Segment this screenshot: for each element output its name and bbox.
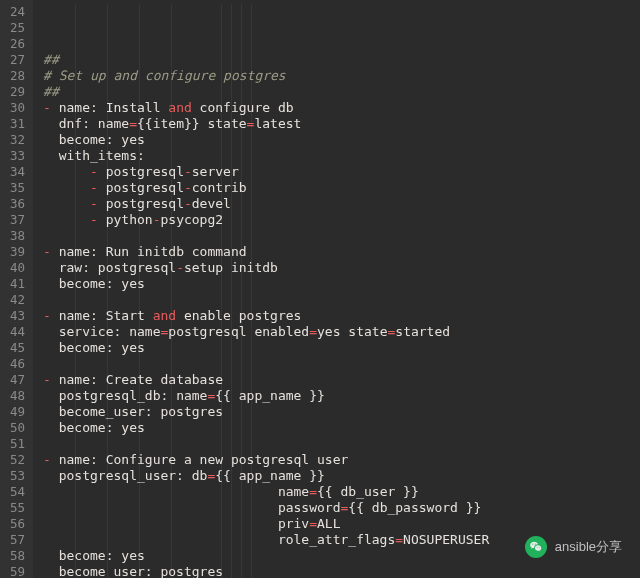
code-line[interactable]: - postgresql-devel (43, 196, 640, 212)
line-number: 42 (10, 292, 25, 308)
code-line[interactable]: service: name=postgresql enabled=yes sta… (43, 324, 640, 340)
code-line[interactable]: - name: Run initdb command (43, 244, 640, 260)
line-number: 59 (10, 564, 25, 578)
code-line[interactable]: become: yes (43, 420, 640, 436)
line-number: 54 (10, 484, 25, 500)
code-line[interactable] (43, 436, 640, 452)
code-line[interactable]: with_items: (43, 148, 640, 164)
line-number: 49 (10, 404, 25, 420)
line-number: 30 (10, 100, 25, 116)
code-line[interactable]: password={{ db_password }} (43, 500, 640, 516)
line-number: 55 (10, 500, 25, 516)
line-number-gutter: 2425262728293031323334353637383940414243… (0, 0, 33, 578)
code-line[interactable]: name={{ db_user }} (43, 484, 640, 500)
line-number: 26 (10, 36, 25, 52)
line-number: 35 (10, 180, 25, 196)
code-line[interactable]: - postgresql-contrib (43, 180, 640, 196)
code-line[interactable]: priv=ALL (43, 516, 640, 532)
code-line[interactable]: raw: postgresql-setup initdb (43, 260, 640, 276)
line-number: 27 (10, 52, 25, 68)
wechat-icon (525, 536, 547, 558)
line-number: 47 (10, 372, 25, 388)
line-number: 46 (10, 356, 25, 372)
code-line[interactable] (43, 292, 640, 308)
line-number: 56 (10, 516, 25, 532)
line-number: 34 (10, 164, 25, 180)
code-area[interactable]: ### Set up and configure postgres##- nam… (33, 0, 640, 578)
line-number: 39 (10, 244, 25, 260)
code-line[interactable]: become_user: postgres (43, 564, 640, 578)
code-line[interactable]: - name: Create database (43, 372, 640, 388)
code-line[interactable]: # Set up and configure postgres (43, 68, 640, 84)
code-line[interactable]: - name: Configure a new postgresql user (43, 452, 640, 468)
line-number: 36 (10, 196, 25, 212)
line-number: 53 (10, 468, 25, 484)
line-number: 44 (10, 324, 25, 340)
line-number: 33 (10, 148, 25, 164)
line-number: 43 (10, 308, 25, 324)
line-number: 38 (10, 228, 25, 244)
line-number: 51 (10, 436, 25, 452)
watermark-text: ansible分享 (555, 539, 622, 555)
code-line[interactable]: postgresql_user: db={{ app_name }} (43, 468, 640, 484)
line-number: 57 (10, 532, 25, 548)
line-number: 58 (10, 548, 25, 564)
code-line[interactable]: become: yes (43, 276, 640, 292)
line-number: 41 (10, 276, 25, 292)
line-number: 28 (10, 68, 25, 84)
code-line[interactable]: become_user: postgres (43, 404, 640, 420)
line-number: 50 (10, 420, 25, 436)
code-line[interactable]: - name: Start and enable postgres (43, 308, 640, 324)
line-number: 40 (10, 260, 25, 276)
code-line[interactable]: ## (43, 52, 640, 68)
code-line[interactable]: dnf: name={{item}} state=latest (43, 116, 640, 132)
code-line[interactable]: - postgresql-server (43, 164, 640, 180)
line-number: 25 (10, 20, 25, 36)
wechat-watermark: ansible分享 (525, 536, 622, 558)
line-number: 24 (10, 4, 25, 20)
line-number: 52 (10, 452, 25, 468)
line-number: 37 (10, 212, 25, 228)
line-number: 29 (10, 84, 25, 100)
line-number: 31 (10, 116, 25, 132)
code-line[interactable]: become: yes (43, 340, 640, 356)
line-number: 32 (10, 132, 25, 148)
code-line[interactable]: - python-psycopg2 (43, 212, 640, 228)
code-line[interactable]: postgresql_db: name={{ app_name }} (43, 388, 640, 404)
line-number: 48 (10, 388, 25, 404)
line-number: 45 (10, 340, 25, 356)
code-editor: 2425262728293031323334353637383940414243… (0, 0, 640, 578)
code-line[interactable] (43, 356, 640, 372)
code-line[interactable]: become: yes (43, 132, 640, 148)
code-line[interactable] (43, 228, 640, 244)
code-line[interactable]: - name: Install and configure db (43, 100, 640, 116)
code-line[interactable]: ## (43, 84, 640, 100)
